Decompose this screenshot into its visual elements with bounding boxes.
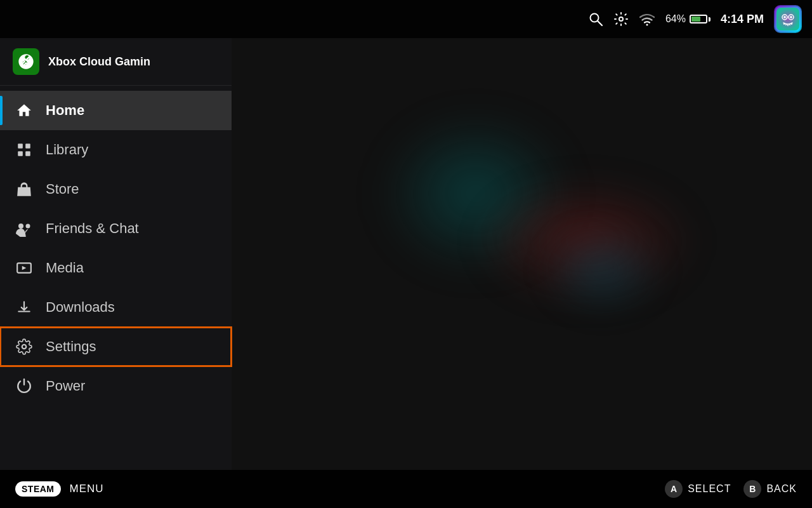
svg-point-22 [22,345,27,349]
signal-icon [639,12,655,26]
library-icon [15,142,33,158]
battery-icon [690,15,710,23]
select-hint: A SELECT [665,480,731,498]
settings-icon [15,338,33,355]
media-icon [15,260,33,276]
sidebar-item-friends-label: Friends & Chat [46,220,139,237]
sidebar-item-store-label: Store [46,181,79,197]
sidebar-item-downloads[interactable]: Downloads [0,288,232,327]
b-button: B [743,480,761,498]
menu-label: MENU [70,483,104,495]
status-time: 4:14 PM [721,13,764,26]
status-bar: 64% 4:14 PM [0,0,812,38]
bottom-bar: STEAM MENU A SELECT B BACK [0,470,812,508]
back-hint: B BACK [743,480,797,498]
svg-point-8 [790,16,792,18]
avatar[interactable] [774,5,802,33]
sidebar-item-power-label: Power [46,378,85,394]
svg-point-19 [26,224,30,229]
svg-rect-14 [18,144,23,149]
gear-icon[interactable] [613,11,629,27]
bottom-left: STEAM MENU [15,481,104,497]
sidebar-item-media[interactable]: Media [0,248,232,288]
xbox-icon [13,48,39,75]
a-button: A [665,480,683,498]
back-label: BACK [766,483,797,495]
sidebar-item-media-label: Media [46,260,84,276]
svg-point-2 [619,17,623,21]
sidebar-item-friends[interactable]: Friends & Chat [0,209,232,248]
sidebar-item-settings[interactable]: Settings [0,327,232,366]
sidebar-item-library[interactable]: Library [0,130,232,170]
home-icon [15,102,33,119]
download-icon [15,299,33,316]
svg-marker-21 [22,266,27,271]
sidebar-nav: Home Library Store [0,86,232,470]
sidebar-item-library-label: Library [46,142,88,158]
svg-rect-15 [25,144,30,149]
sidebar-item-store[interactable]: Store [0,170,232,209]
steam-badge[interactable]: STEAM [15,481,61,497]
sidebar-app-header[interactable]: Xbox Cloud Gamin [0,38,232,86]
svg-rect-17 [25,151,30,156]
sidebar-app-title: Xbox Cloud Gamin [48,55,150,69]
sidebar-item-home-label: Home [46,102,84,119]
battery-percent: 64% [665,13,686,25]
sidebar-item-settings-label: Settings [46,338,96,355]
select-label: SELECT [688,483,731,495]
svg-point-7 [783,16,786,18]
battery-status: 64% [665,13,710,25]
sidebar-item-home[interactable]: Home [0,91,232,130]
svg-point-18 [18,224,23,229]
bottom-right: A SELECT B BACK [665,480,797,498]
sidebar-item-power[interactable]: Power [0,366,232,406]
svg-rect-16 [18,151,23,156]
store-icon [15,181,33,197]
svg-rect-4 [776,8,799,30]
sidebar-item-downloads-label: Downloads [46,299,115,316]
svg-line-1 [598,21,602,25]
svg-point-3 [646,24,648,26]
search-icon[interactable] [588,11,603,27]
power-icon [15,378,33,394]
friends-icon [15,220,33,237]
sidebar: Xbox Cloud Gamin Home Library [0,38,232,470]
